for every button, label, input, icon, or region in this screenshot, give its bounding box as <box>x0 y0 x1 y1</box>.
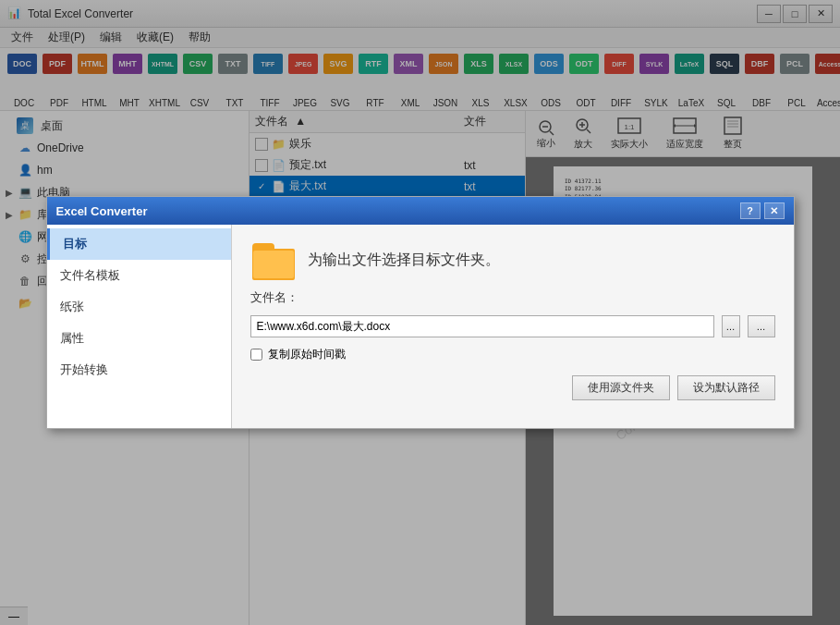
dialog-sidebar: 目标 文件名模板 纸张 属性 开始转换 <box>47 225 232 428</box>
dialog-input-row: … … <box>250 315 775 337</box>
dialog-folder-area: 为输出文件选择目标文件夹。 <box>250 239 775 280</box>
filename-input[interactable] <box>250 315 714 337</box>
dialog-tab-start-convert[interactable]: 开始转换 <box>47 354 231 386</box>
use-source-folder-button[interactable]: 使用源文件夹 <box>572 375 670 400</box>
dialog-tab-target[interactable]: 目标 <box>47 228 231 260</box>
dialog-title-controls: ? ✕ <box>740 202 785 219</box>
dialog-overlay: Excel Converter ? ✕ 目标 文件名模板 纸张 属性 开始转换 <box>0 0 840 625</box>
browse-button[interactable]: … <box>748 315 775 337</box>
dialog-title-bar: Excel Converter ? ✕ <box>47 197 794 225</box>
copy-timestamp-row: 复制原始时间戳 <box>250 347 775 362</box>
dialog-body: 目标 文件名模板 纸张 属性 开始转换 为输出文件选择目标文件夹。 <box>47 225 794 428</box>
set-default-path-button[interactable]: 设为默认路径 <box>677 375 775 400</box>
dialog-title-text: Excel Converter <box>56 204 148 218</box>
dialog-tab-filename-template[interactable]: 文件名模板 <box>47 260 231 291</box>
dialog-filename-row: 文件名： <box>250 289 775 306</box>
dialog-close-button[interactable]: ✕ <box>764 202 785 219</box>
dialog-help-button[interactable]: ? <box>740 202 761 219</box>
filename-label: 文件名： <box>250 289 298 306</box>
copy-timestamp-label: 复制原始时间戳 <box>268 347 346 362</box>
dialog-content: 为输出文件选择目标文件夹。 文件名： … … 复制原始时间戳 使用源文件夹 设为… <box>232 225 794 428</box>
browse-button-dots[interactable]: … <box>722 315 740 337</box>
copy-timestamp-checkbox[interactable] <box>250 349 262 361</box>
dialog-tab-properties[interactable]: 属性 <box>47 323 231 354</box>
dialog-desc: 为输出文件选择目标文件夹。 <box>308 251 500 270</box>
dialog-tab-paper[interactable]: 纸张 <box>47 291 231 323</box>
folder-illustration <box>250 239 298 280</box>
dialog-action-row: 使用源文件夹 设为默认路径 <box>250 375 775 400</box>
excel-converter-dialog: Excel Converter ? ✕ 目标 文件名模板 纸张 属性 开始转换 <box>46 196 795 429</box>
